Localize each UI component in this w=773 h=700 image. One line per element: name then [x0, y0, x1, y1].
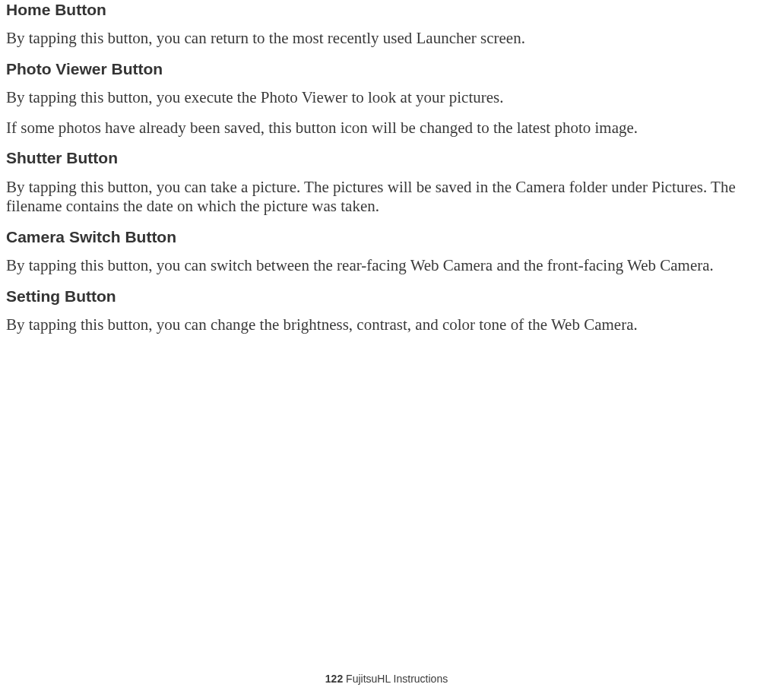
page-number: 122	[325, 673, 343, 685]
section-heading-camera-switch: Camera Switch Button	[6, 227, 764, 247]
body-paragraph: If some photos have already been saved, …	[6, 119, 764, 138]
footer-title: FujitsuHL Instructions	[343, 673, 448, 685]
section-heading-shutter: Shutter Button	[6, 148, 764, 168]
section-heading-setting: Setting Button	[6, 287, 764, 306]
body-paragraph: By tapping this button, you can switch b…	[6, 256, 764, 276]
page-footer: 122 FujitsuHL Instructions	[0, 673, 773, 685]
document-page: Home Button By tapping this button, you …	[0, 0, 773, 335]
body-paragraph: By tapping this button, you execute the …	[6, 88, 764, 108]
section-heading-home: Home Button	[6, 0, 764, 20]
body-paragraph: By tapping this button, you can change t…	[6, 315, 764, 335]
body-paragraph: By tapping this button, you can return t…	[6, 29, 764, 49]
section-heading-photo-viewer: Photo Viewer Button	[6, 59, 764, 79]
body-paragraph: By tapping this button, you can take a p…	[6, 178, 764, 217]
